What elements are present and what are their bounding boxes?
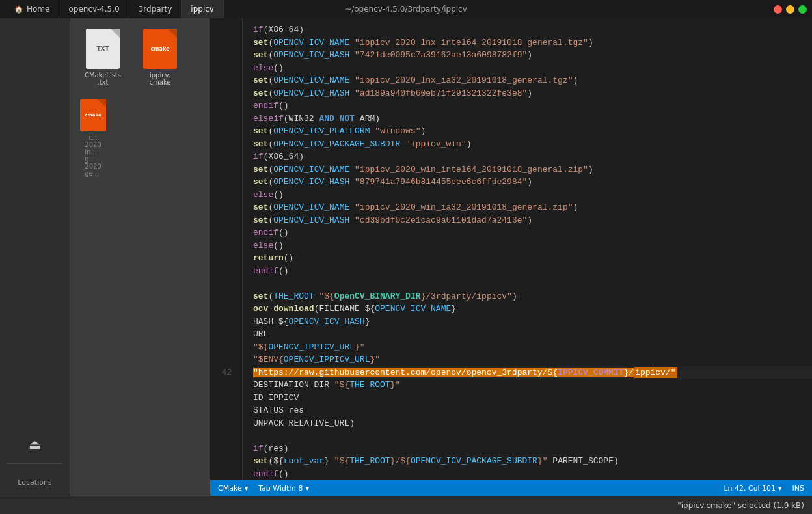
tab-ippicv[interactable]: ippicv — [182, 0, 224, 18]
file-name-ippicv-cmake: ippicv.cmake — [150, 72, 171, 86]
language-label: CMake — [218, 484, 242, 493]
code-line: set(OPENCV_ICV_HASH "ad189a940fb60eb71f2… — [253, 87, 812, 100]
home-icon: 🏠 — [14, 5, 23, 14]
code-line: "$ENV{OPENCV_IPPICV_URL}" — [253, 353, 812, 366]
file-item-ippicv-cmake[interactable]: cmake ippicv.cmake — [134, 25, 186, 90]
code-line: "${OPENCV_IPPICV_URL}" — [253, 341, 812, 354]
file-name-partial: i... — [89, 134, 97, 141]
code-line: set(OPENCV_ICV_HASH "879741a7946b814455e… — [253, 176, 812, 189]
language-selector[interactable]: CMake ▾ — [218, 484, 248, 493]
line-numbers: 42 — [210, 18, 243, 480]
main-layout: ⏏ Locations TXT CMakeLists.txt cmake ipp… — [0, 18, 812, 496]
code-line: set(OPENCV_ICV_PACKAGE_SUBDIR "ippicv_wi… — [253, 138, 812, 151]
code-line: HASH ${OPENCV_ICV_HASH} — [253, 316, 812, 329]
code-line: else() — [253, 189, 812, 202]
sidebar-item-eject[interactable]: ⏏ — [0, 433, 70, 458]
file-manager: TXT CMakeLists.txt cmake ippicv.cmake cm… — [70, 18, 210, 496]
code-line — [253, 429, 812, 442]
code-line: set(OPENCV_ICV_NAME "ippicv_2020_win_int… — [253, 163, 812, 176]
tab-width-selector[interactable]: Tab Width: 8 ▾ — [258, 484, 309, 493]
locations-section: Locations — [0, 469, 70, 496]
file-item-cmakelists[interactable]: TXT CMakeLists.txt — [77, 25, 129, 90]
status-bar: CMake ▾ Tab Width: 8 ▾ Ln 42, Col 101 ▾ … — [210, 480, 812, 496]
code-line: set(OPENCV_ICV_HASH "cd39bdf0c2e1cac9a61… — [253, 214, 812, 227]
titlebar: 🏠 Home opencv-4.5.0 3rdparty ippicv ~/op… — [0, 0, 812, 18]
tab-ippicv-label: ippicv — [191, 5, 214, 14]
code-line: if(X86_64) — [253, 23, 812, 36]
tab-width-label: Tab Width: 8 — [258, 484, 303, 493]
status-right: Ln 42, Col 101 ▾ INS — [724, 484, 804, 493]
maximize-button[interactable] — [798, 5, 807, 14]
code-line: set(OPENCV_ICV_NAME "ippicv_2020_lnx_int… — [253, 36, 812, 49]
code-line: elseif(WIN32 AND NOT ARM) — [253, 113, 812, 126]
language-dropdown-icon: ▾ — [245, 484, 249, 493]
code-line: UNPACK RELATIVE_URL) — [253, 417, 812, 430]
tab-3rdparty[interactable]: 3rdparty — [129, 0, 182, 18]
insert-mode: INS — [792, 484, 804, 493]
tab-width-dropdown-icon: ▾ — [305, 484, 309, 493]
code-line: ocv_download(FILENAME ${OPENCV_ICV_NAME} — [253, 303, 812, 316]
window-controls — [774, 5, 807, 14]
code-line: set(OPENCV_ICV_PLATFORM "windows") — [253, 125, 812, 138]
tab-opencv-label: opencv-4.5.0 — [68, 5, 119, 14]
code-line: endif() — [253, 265, 812, 278]
code-line: if(res) — [253, 442, 812, 455]
code-line: DESTINATION_DIR "${THE_ROOT}" — [253, 379, 812, 392]
editor-area: 42 if(X86_64) set — [210, 18, 812, 496]
code-line: endif() — [253, 100, 812, 113]
tab-home-label: Home — [27, 5, 49, 14]
sidebar-divider — [7, 463, 63, 464]
code-line: set(OPENCV_ICV_HASH "7421de0095c7a39162a… — [253, 49, 812, 62]
status-left: CMake ▾ Tab Width: 8 ▾ — [218, 484, 309, 493]
tab-home[interactable]: 🏠 Home — [5, 0, 59, 18]
code-line — [253, 277, 812, 290]
editor-scroll[interactable]: 42 if(X86_64) set — [210, 18, 812, 480]
close-button[interactable] — [774, 5, 782, 14]
file-icon-txt: TXT — [86, 29, 120, 69]
code-line: ID IPPICV — [253, 392, 812, 405]
code-line: endif() — [253, 468, 812, 481]
cursor-dropdown-icon: ▾ — [778, 484, 782, 493]
code-line: set(THE_ROOT "${OpenCV_BINARY_DIR}/3rdpa… — [253, 290, 812, 303]
file-item-partial[interactable]: cmake i... 2020in...g...2020ge... — [77, 95, 109, 181]
code-line: else() — [253, 62, 812, 75]
insert-mode-label: INS — [792, 484, 804, 493]
code-line: URL — [253, 328, 812, 341]
code-line: set(${root_var} "${THE_ROOT}/${OPENCV_IC… — [253, 455, 812, 468]
selected-file-info: "ippicv.cmake" selected (1.9 kB) — [677, 501, 804, 510]
code-content: if(X86_64) set(OPENCV_ICV_NAME "ippicv_2… — [243, 18, 812, 480]
partial-dates: 2020in...g...2020ge... — [85, 141, 101, 177]
code-line: STATUS res — [253, 404, 812, 417]
code-line: set(OPENCV_ICV_NAME "ippicv_2020_win_ia3… — [253, 201, 812, 214]
file-type-label: TXT — [96, 46, 109, 52]
code-line-42: "https://raw.githubusercontent.com/openc… — [253, 366, 812, 379]
cmake-type-label: cmake — [150, 46, 169, 52]
code-line: endif() — [253, 226, 812, 239]
cursor-position-label: Ln 42, Col 101 — [724, 484, 776, 493]
code-line: set(OPENCV_ICV_NAME "ippicv_2020_lnx_ia3… — [253, 74, 812, 87]
file-icon-cmake: cmake — [143, 29, 177, 69]
bottom-bar: "ippicv.cmake" selected (1.9 kB) — [0, 496, 812, 514]
tab-3rdparty-label: 3rdparty — [139, 5, 172, 14]
code-line: else() — [253, 239, 812, 252]
file-name-cmakelists: CMakeLists.txt — [85, 72, 121, 86]
file-icon-cmake-partial: cmake — [80, 99, 106, 131]
eject-icon: ⏏ — [29, 437, 41, 452]
titlebar-tabs: 🏠 Home opencv-4.5.0 3rdparty ippicv — [5, 0, 224, 18]
sidebar: ⏏ Locations — [0, 18, 70, 496]
minimize-button[interactable] — [786, 5, 794, 14]
code-line: if(X86_64) — [253, 150, 812, 163]
titlebar-path: ~/opencv-4.5.0/3rdparty/ippicv — [345, 5, 467, 14]
cmake-partial-label: cmake — [85, 113, 101, 118]
file-grid: TXT CMakeLists.txt cmake ippicv.cmake cm… — [70, 18, 210, 187]
cursor-position[interactable]: Ln 42, Col 101 ▾ — [724, 484, 781, 493]
code-line: return() — [253, 252, 812, 265]
tab-opencv[interactable]: opencv-4.5.0 — [59, 0, 129, 18]
locations-label[interactable]: Locations — [3, 474, 67, 491]
